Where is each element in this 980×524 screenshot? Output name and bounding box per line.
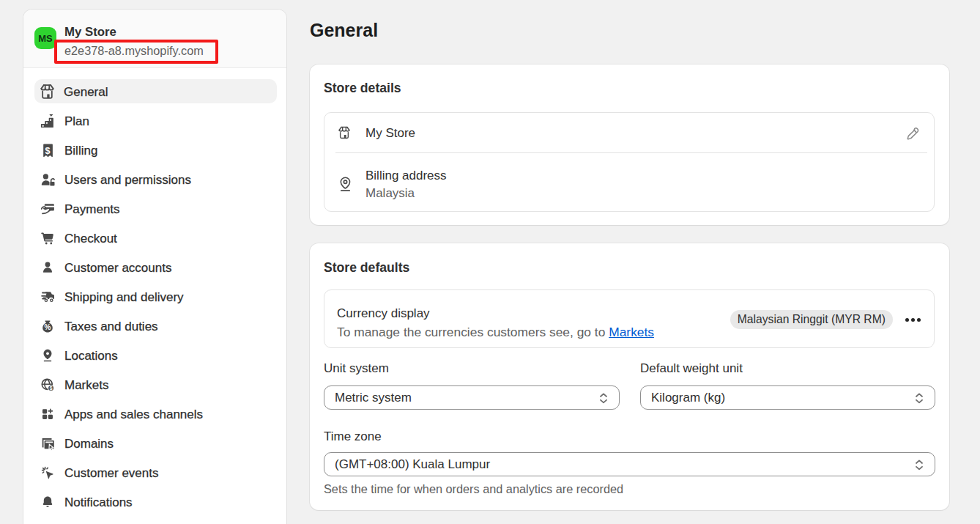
svg-text:$: $ bbox=[45, 145, 51, 155]
svg-text:%: % bbox=[45, 323, 51, 331]
svg-text:$: $ bbox=[50, 385, 53, 391]
